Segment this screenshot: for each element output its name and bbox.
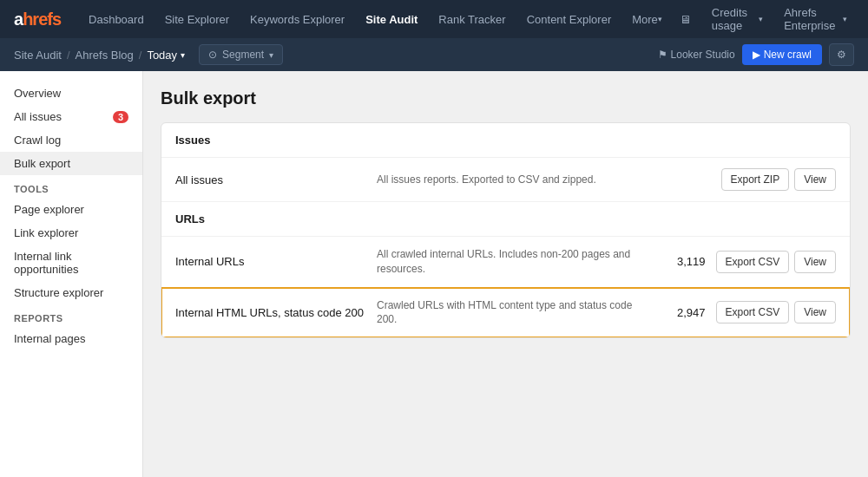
row-desc-all-issues: All issues reports. Exported to CSV and … xyxy=(377,173,657,187)
row-name-all-issues: All issues xyxy=(175,173,366,186)
sidebar-item-internal-pages[interactable]: Internal pages xyxy=(0,327,142,350)
sub-nav-right: ⚑ Looker Studio ▶ New crawl ⚙ xyxy=(658,43,854,66)
row-desc-internal-urls: All crawled internal URLs. Includes non-… xyxy=(377,247,652,277)
view-internal-urls-button[interactable]: View xyxy=(794,251,836,273)
table-row: Internal HTML URLs, status code 200 Craw… xyxy=(161,288,850,338)
enterprise-button[interactable]: Ahrefs Enterprise ▾ xyxy=(777,6,854,32)
top-navigation: ahrefs Dashboard Site Explorer Keywords … xyxy=(0,0,868,38)
nav-site-explorer[interactable]: Site Explorer xyxy=(155,0,240,38)
sidebar-section-reports: Reports xyxy=(0,304,142,327)
issues-badge: 3 xyxy=(113,111,128,123)
page-title: Bulk export xyxy=(161,88,851,108)
sidebar-item-structure-explorer[interactable]: Structure explorer xyxy=(0,281,142,304)
main-content: Bulk export Issues All issues All issues… xyxy=(143,71,868,477)
nav-links: Dashboard Site Explorer Keywords Explore… xyxy=(78,0,673,38)
nav-content-explorer[interactable]: Content Explorer xyxy=(516,0,622,38)
export-csv-internal-urls-button[interactable]: Export CSV xyxy=(716,251,790,273)
breadcrumb-today[interactable]: Today ▾ xyxy=(147,49,185,62)
nav-dashboard[interactable]: Dashboard xyxy=(78,0,155,38)
sidebar-item-crawl-log[interactable]: Crawl log xyxy=(0,128,142,152)
nav-right-actions: 🖥 Credits usage ▾ Ahrefs Enterprise ▾ xyxy=(673,6,854,32)
main-layout: Overview All issues 3 Crawl log Bulk exp… xyxy=(0,71,868,477)
looker-studio-button[interactable]: ⚑ Looker Studio xyxy=(658,49,735,61)
issues-section-header: Issues xyxy=(161,123,850,158)
sub-navigation: Site Audit / Ahrefs Blog / Today ▾ ⊙ Seg… xyxy=(0,38,868,71)
segment-button[interactable]: ⊙ Segment ▾ xyxy=(199,44,283,65)
sidebar-item-all-issues[interactable]: All issues 3 xyxy=(0,105,142,128)
logo[interactable]: ahrefs xyxy=(14,10,61,29)
row-desc-internal-html-urls: Crawled URLs with HTML content type and … xyxy=(377,298,652,328)
nav-rank-tracker[interactable]: Rank Tracker xyxy=(428,0,516,38)
bulk-export-card: Issues All issues All issues reports. Ex… xyxy=(161,122,851,338)
row-actions-all-issues: Export ZIP View xyxy=(721,168,836,191)
nav-more[interactable]: More ▾ xyxy=(621,0,673,38)
new-crawl-button[interactable]: ▶ New crawl xyxy=(742,44,822,65)
credits-usage-button[interactable]: Credits usage ▾ xyxy=(705,6,770,32)
sidebar-item-internal-link-opportunities[interactable]: Internal link opportunities xyxy=(0,245,142,281)
play-icon: ▶ xyxy=(753,49,760,61)
breadcrumb-blog[interactable]: Ahrefs Blog xyxy=(76,49,134,62)
row-name-internal-html-urls: Internal HTML URLs, status code 200 xyxy=(175,306,366,319)
row-count-internal-urls: 3,119 xyxy=(662,255,706,268)
row-count-internal-html-urls: 2,947 xyxy=(662,306,706,319)
view-all-issues-button[interactable]: View xyxy=(794,168,836,191)
monitor-icon: 🖥 xyxy=(680,13,691,26)
row-actions-internal-html-urls: Export CSV View xyxy=(716,301,837,323)
sidebar-item-bulk-export[interactable]: Bulk export xyxy=(0,152,142,175)
settings-button[interactable]: ⚙ xyxy=(829,43,854,66)
export-zip-button[interactable]: Export ZIP xyxy=(721,168,790,191)
looker-icon: ⚑ xyxy=(658,49,667,61)
segment-icon: ⊙ xyxy=(208,49,217,61)
sidebar-item-page-explorer[interactable]: Page explorer xyxy=(0,198,142,221)
sidebar-item-overview[interactable]: Overview xyxy=(0,82,142,105)
monitor-button[interactable]: 🖥 xyxy=(673,13,698,26)
urls-section-header: URLs xyxy=(161,202,850,237)
sidebar: Overview All issues 3 Crawl log Bulk exp… xyxy=(0,71,143,477)
row-actions-internal-urls: Export CSV View xyxy=(716,251,837,273)
view-html-urls-button[interactable]: View xyxy=(794,301,836,323)
breadcrumb: Site Audit / Ahrefs Blog / Today ▾ xyxy=(14,49,185,62)
table-row: Internal URLs All crawled internal URLs.… xyxy=(161,237,850,288)
table-row: All issues All issues reports. Exported … xyxy=(161,158,850,202)
nav-keywords-explorer[interactable]: Keywords Explorer xyxy=(240,0,355,38)
gear-icon: ⚙ xyxy=(837,49,846,61)
nav-site-audit[interactable]: Site Audit xyxy=(355,0,428,38)
breadcrumb-site-audit[interactable]: Site Audit xyxy=(14,49,62,62)
sidebar-section-tools: Tools xyxy=(0,175,142,198)
export-csv-html-urls-button[interactable]: Export CSV xyxy=(716,301,790,323)
row-name-internal-urls: Internal URLs xyxy=(175,255,366,268)
sidebar-item-link-explorer[interactable]: Link explorer xyxy=(0,221,142,245)
